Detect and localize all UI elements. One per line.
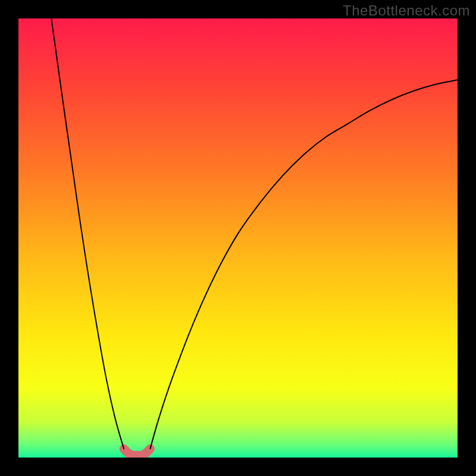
watermark-text: TheBottleneck.com <box>343 2 470 19</box>
gradient-bg <box>18 18 458 458</box>
chart-frame: TheBottleneck.com <box>0 0 476 476</box>
bottleneck-plot <box>18 18 458 458</box>
